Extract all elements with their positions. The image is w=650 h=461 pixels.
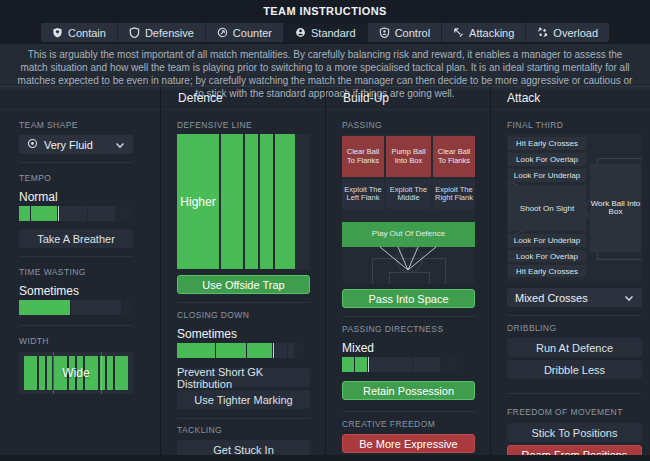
counter-arrow-icon: [217, 27, 228, 38]
crosses-dropdown[interactable]: Mixed Crosses: [507, 288, 642, 307]
be-more-expressive-button[interactable]: Be More Expressive: [342, 434, 475, 453]
fluidity-icon: [27, 138, 38, 151]
stick-to-positions-button[interactable]: Stick To Positions: [507, 423, 642, 442]
team-column: TEAM SHAPE Very Fluid TEMPO Normal Take …: [0, 87, 160, 455]
team-column-header: [0, 87, 160, 110]
tab-standard[interactable]: Standard: [284, 23, 368, 42]
final-third-label: FINAL THIRD: [507, 120, 642, 130]
defensive-line-bar: [260, 134, 273, 269]
slider-segment: [342, 357, 354, 372]
closing-down-label: CLOSING DOWN: [177, 310, 310, 320]
tab-control-label: Control: [395, 27, 430, 39]
passing-label: PASSING: [342, 120, 475, 130]
slider-segment: [295, 343, 304, 358]
defensive-line-visualization[interactable]: Higher: [177, 134, 310, 269]
tab-contain[interactable]: Contain: [41, 23, 118, 42]
prevent-short-gk-distribution-button[interactable]: Prevent Short GK Distribution: [177, 368, 310, 387]
dribble-less-button[interactable]: Dribble Less: [507, 360, 642, 379]
run-at-defence-button[interactable]: Run At Defence: [507, 338, 642, 357]
slider-segment: [116, 206, 133, 221]
zone-clear-ball-to-flanks-right[interactable]: Clear Ball To Flanks: [433, 136, 475, 177]
slider-handle[interactable]: [273, 343, 274, 358]
team-shape-dropdown[interactable]: Very Fluid: [19, 135, 133, 154]
slider-segment: [288, 343, 294, 358]
time-wasting-slider[interactable]: [19, 300, 133, 315]
slider-segment: [60, 206, 88, 221]
defence-column-header: Defence: [162, 87, 325, 110]
slider-segment: [441, 357, 458, 372]
roam-from-positions-button[interactable]: Roam From Positions: [507, 445, 642, 455]
zone-look-for-overlap-bottom[interactable]: Look For Overlap: [508, 250, 586, 262]
zone-exploit-middle[interactable]: Exploit The Middle: [386, 179, 431, 209]
overload-arrows-icon: [537, 27, 548, 38]
zone-exploit-left-flank[interactable]: Exploit The Left Flank: [342, 179, 384, 209]
mentality-description: This is arguably the most important of a…: [0, 44, 650, 90]
defence-column: Defence DEFENSIVE LINE Higher Use Offsid…: [160, 87, 325, 455]
team-shape-value: Very Fluid: [44, 139, 93, 151]
defensive-line-value: Higher: [180, 195, 215, 209]
passing-pitch-visualization: Clear Ball To Flanks Pump Ball Into Box …: [342, 134, 475, 284]
zone-look-for-underlap-bottom[interactable]: Look For Underlap: [508, 234, 586, 247]
build-up-column: Build-Up PASSING Clear Ball To Flanks Pu…: [325, 87, 490, 455]
width-label: WIDTH: [19, 336, 133, 346]
standard-player-icon: [295, 27, 306, 38]
slider-segment: [122, 300, 133, 315]
tempo-slider[interactable]: [19, 206, 133, 221]
zone-work-ball-into-box[interactable]: Work Ball Into Box: [590, 164, 641, 252]
defensive-line-bar: [245, 134, 258, 269]
defensive-line-bar: Higher: [177, 134, 219, 269]
divider: [342, 411, 475, 412]
pass-into-space-button[interactable]: Pass Into Space: [342, 289, 475, 308]
attack-column-header: Attack: [491, 87, 650, 110]
tab-counter[interactable]: Counter: [206, 23, 284, 42]
width-visualization[interactable]: Wide: [19, 352, 133, 394]
defensive-line-bar: [275, 134, 295, 269]
slider-handle[interactable]: [368, 357, 369, 372]
tab-defensive[interactable]: Defensive: [118, 23, 206, 42]
slider-segment: [31, 206, 57, 221]
slider-segment: [19, 300, 70, 315]
contain-shield-icon: [52, 27, 63, 38]
tab-contain-label: Contain: [68, 27, 106, 39]
closing-down-value: Sometimes: [177, 327, 310, 341]
use-tighter-marking-button[interactable]: Use Tighter Marking: [177, 390, 310, 409]
zone-pump-ball-into-box[interactable]: Pump Ball Into Box: [386, 136, 431, 177]
slider-handle[interactable]: [58, 206, 59, 221]
tab-attacking[interactable]: Attacking: [442, 23, 526, 42]
passing-directness-value: Mixed: [342, 341, 475, 355]
closing-down-slider[interactable]: [177, 343, 310, 358]
zone-hit-early-crosses-bottom[interactable]: Hit Early Crosses: [508, 265, 586, 277]
defensive-line-bar: [221, 134, 243, 269]
page-title: TEAM INSTRUCTIONS: [0, 0, 650, 17]
mentality-tabs: Contain Defensive Counter Standard Contr…: [0, 23, 650, 42]
take-a-breather-button[interactable]: Take A Breather: [19, 229, 133, 248]
zone-look-for-overlap-top[interactable]: Look For Overlap: [508, 153, 586, 166]
zone-shoot-on-sight[interactable]: Shoot On Sight: [508, 185, 586, 231]
divider: [19, 325, 133, 326]
slider-segment: [88, 206, 115, 221]
zone-exploit-right-flank[interactable]: Exploit The Right Flank: [433, 179, 475, 209]
defensive-line-label: DEFENSIVE LINE: [177, 120, 310, 130]
tab-overload[interactable]: Overload: [526, 23, 609, 42]
tab-standard-label: Standard: [311, 27, 356, 39]
tab-control[interactable]: Control: [368, 23, 442, 42]
retain-possession-button[interactable]: Retain Possession: [342, 381, 475, 400]
chevron-down-icon: [115, 139, 125, 151]
final-third-pitch-visualization: Hit Early Crosses Look For Overlap Look …: [507, 134, 642, 283]
zone-hit-early-crosses-top[interactable]: Hit Early Crosses: [508, 137, 586, 150]
zone-clear-ball-to-flanks-left[interactable]: Clear Ball To Flanks: [342, 136, 384, 177]
passing-directness-label: PASSING DIRECTNESS: [342, 324, 475, 334]
attacking-arrow-icon: [453, 27, 464, 38]
get-stuck-in-button[interactable]: Get Stuck In: [177, 440, 310, 455]
zone-look-for-underlap-top[interactable]: Look For Underlap: [508, 169, 586, 182]
creative-freedom-label: CREATIVE FREEDOM: [342, 419, 475, 429]
tab-defensive-label: Defensive: [145, 27, 194, 39]
window-bottom-edge: [0, 455, 650, 461]
top-bar: TEAM INSTRUCTIONS Contain Defensive Coun…: [0, 0, 650, 44]
crosses-dropdown-value: Mixed Crosses: [515, 292, 588, 304]
use-offside-trap-button[interactable]: Use Offside Trap: [177, 275, 310, 294]
zone-play-out-of-defence[interactable]: Play Out Of Defence: [342, 222, 475, 247]
chevron-down-icon: [624, 292, 634, 304]
passing-directness-slider[interactable]: [342, 357, 475, 372]
six-yard-box-marking: [389, 272, 430, 284]
